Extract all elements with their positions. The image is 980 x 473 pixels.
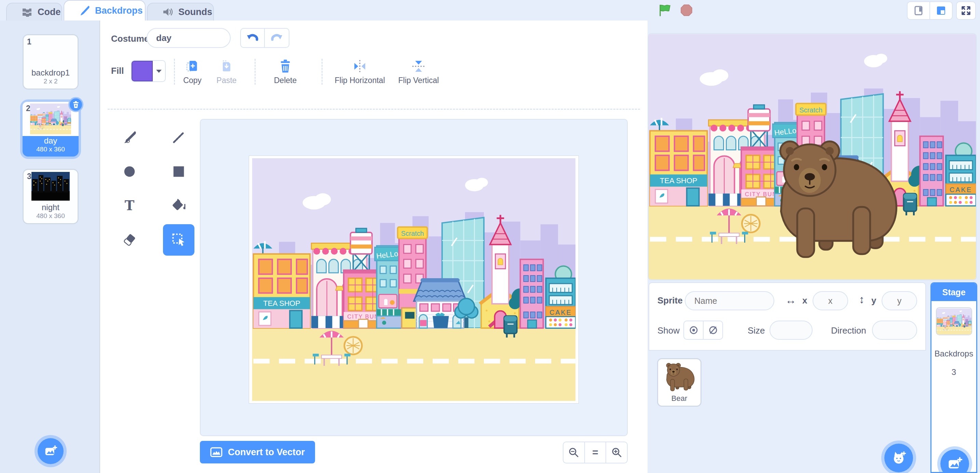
sprite-name-input[interactable] [685, 291, 774, 310]
y-position-input[interactable] [881, 291, 917, 310]
undo-icon [246, 32, 259, 44]
toolbar-separator [321, 59, 323, 85]
small-stage-button[interactable] [908, 2, 930, 19]
toolbar-separator [255, 59, 256, 85]
direction-input[interactable] [872, 320, 917, 340]
stage-controls [648, 0, 980, 21]
sprite-label: Sprite [657, 295, 683, 306]
backdrop-item-day[interactable]: 2 day 480 x 360 [22, 102, 79, 156]
redo-icon [270, 32, 283, 44]
backdrop-sidebar: 1 backdrop1 2 x 2 2 day 480 x 360 3 [0, 21, 100, 473]
tab-sounds[interactable]: Sounds [147, 3, 214, 21]
backdrop-thumbnail-empty [24, 35, 78, 68]
sprite-card-bear[interactable]: Bear [657, 358, 702, 407]
zoom-reset-button[interactable]: = [584, 442, 606, 463]
tab-backdrops[interactable]: Backdrops [64, 0, 146, 21]
paintbrush-icon [79, 5, 90, 16]
green-flag-button[interactable] [658, 3, 671, 17]
flip-horizontal-button[interactable]: Flip Horizontal [330, 57, 390, 85]
visible-icon [689, 325, 699, 335]
line-tool[interactable] [163, 122, 194, 153]
select-tool[interactable] [163, 224, 194, 256]
tab-code-label: Code [38, 7, 61, 18]
flip-vertical-button[interactable]: Flip Vertical [391, 57, 446, 85]
fill-tool[interactable] [163, 190, 194, 221]
stage-selector-title[interactable]: Stage [931, 283, 976, 301]
zoom-in-button[interactable] [606, 442, 627, 463]
backdrop-index: 2 [26, 104, 30, 113]
paint-canvas-area[interactable] [200, 119, 628, 436]
backdrop-name: backdrop1 [24, 68, 78, 78]
backdrop-item-night[interactable]: 3 night 480 x 360 [22, 169, 79, 224]
stop-button[interactable] [679, 3, 693, 17]
paste-label: Paste [210, 76, 243, 85]
fill-color-picker[interactable] [131, 60, 166, 82]
stage-panel: Sprite ↔ x ↕ y Show Size [648, 21, 980, 473]
add-backdrop-icon [44, 444, 57, 458]
toolbar-separator [174, 59, 175, 85]
fill-label: Fill [111, 65, 124, 76]
stage[interactable] [649, 34, 976, 280]
x-axis-icon: ↔ [785, 294, 796, 307]
add-backdrop-icon [947, 456, 963, 471]
undo-button[interactable] [240, 28, 265, 48]
tab-code[interactable]: Code [6, 3, 62, 21]
stage-backdrop-thumbnail[interactable] [936, 307, 972, 335]
stage-selector[interactable]: Stage Backdrops 3 [931, 282, 977, 473]
fill-color-swatch [132, 61, 153, 81]
zoom-controls: = [563, 441, 628, 463]
fullscreen-button[interactable] [956, 2, 976, 20]
tool-palette: T [114, 122, 196, 256]
flip-horizontal-icon [330, 57, 390, 74]
add-sprite-cat-icon [891, 450, 907, 466]
paste-button[interactable]: Paste [210, 57, 243, 85]
backdrops-label: Backdrops [931, 349, 976, 358]
speaker-icon [162, 6, 173, 18]
stage-size-toggle [907, 2, 953, 20]
delete-backdrop-button[interactable] [68, 97, 83, 112]
add-backdrop-button-sidebar[interactable] [38, 438, 64, 464]
x-position-input[interactable] [813, 291, 848, 310]
redo-button[interactable] [265, 28, 290, 48]
brush-tool[interactable] [114, 122, 145, 153]
trash-icon [269, 57, 302, 74]
add-backdrop-button-stage[interactable] [940, 449, 969, 473]
eraser-tool[interactable] [114, 224, 145, 256]
copy-button[interactable]: Copy [176, 57, 209, 85]
sprite-info-panel: Sprite ↔ x ↕ y Show Size [649, 282, 926, 350]
y-axis-icon: ↕ [859, 293, 864, 306]
tab-sounds-label: Sounds [178, 7, 212, 18]
trash-icon [72, 100, 80, 109]
show-label: Show [657, 325, 679, 336]
backdrop-item-backdrop1[interactable]: 1 backdrop1 2 x 2 [22, 34, 79, 89]
code-blocks-icon [21, 6, 33, 18]
chevron-down-icon [153, 61, 165, 81]
show-sprite-button[interactable] [684, 321, 703, 339]
backdrop-drawing [251, 158, 576, 401]
backdrop-size: 480 x 360 [22, 146, 79, 156]
convert-to-vector-button[interactable]: Convert to Vector [200, 441, 315, 463]
backdrop-name: day [22, 136, 79, 146]
circle-tool[interactable] [114, 156, 145, 187]
large-stage-button[interactable] [930, 2, 952, 19]
costume-name-input[interactable] [146, 28, 231, 48]
add-sprite-button[interactable] [885, 444, 913, 472]
copy-label: Copy [176, 76, 209, 85]
scratch-editor: Code Backdrops Sounds [0, 0, 980, 473]
backdrop-name: night [24, 203, 78, 212]
delete-label: Delete [269, 76, 302, 85]
hide-sprite-button[interactable] [703, 321, 722, 339]
text-tool[interactable]: T [114, 190, 145, 221]
zoom-in-icon [611, 447, 622, 458]
paste-icon [210, 57, 243, 74]
delete-button[interactable]: Delete [269, 57, 302, 85]
direction-label: Direction [831, 325, 866, 336]
costume-label: Costume [111, 33, 149, 44]
backdrop-size: 2 x 2 [24, 78, 78, 89]
tab-backdrops-label: Backdrops [95, 5, 143, 16]
zoom-out-button[interactable] [563, 442, 584, 463]
paint-canvas[interactable] [249, 156, 579, 404]
undo-redo-group [240, 28, 290, 48]
size-input[interactable] [770, 320, 813, 340]
rectangle-tool[interactable] [163, 156, 194, 187]
